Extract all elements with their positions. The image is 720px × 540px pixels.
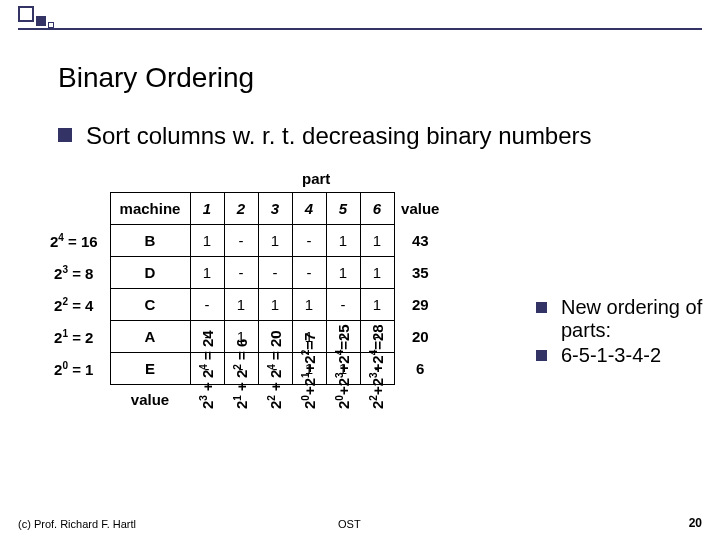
value-header: value [394, 193, 446, 225]
row-hdr: 22 = 4 [38, 289, 110, 321]
table-row: 23 = 8 D 1 - - - 1 1 35 [38, 257, 446, 289]
machine-cell: C [110, 289, 190, 321]
side-notes: New ordering of parts: 6-5-1-3-4-2 [536, 296, 716, 369]
bullet-icon [536, 350, 547, 361]
row-value: 43 [394, 225, 446, 257]
col-value: 23 + 24 = 24 [190, 385, 224, 525]
part-label: part [302, 170, 330, 187]
row-value: 20 [394, 321, 446, 353]
col-hdr: 4 [292, 193, 326, 225]
col-value: 20+21+22=7 [292, 385, 326, 525]
col-value: 21 + 22 = 6 [224, 385, 258, 525]
col-hdr: 6 [360, 193, 394, 225]
row-hdr: 21 = 2 [38, 321, 110, 353]
table-header-row: machine 1 2 3 4 5 6 value [38, 193, 446, 225]
side-ordering: 6-5-1-3-4-2 [561, 344, 661, 367]
side-label: New ordering of parts: [561, 296, 716, 342]
machine-cell: E [110, 353, 190, 385]
machine-cell: A [110, 321, 190, 353]
row-hdr: 20 = 1 [38, 353, 110, 385]
column-values-row: value 23 + 24 = 24 21 + 22 = 6 22 + 24 =… [38, 385, 446, 525]
machine-cell: D [110, 257, 190, 289]
col-hdr: 1 [190, 193, 224, 225]
footer-ost: OST [338, 518, 361, 530]
row-hdr: 23 = 8 [38, 257, 110, 289]
col-value: 20+23+24=25 [326, 385, 360, 525]
main-bullet-text: Sort columns w. r. t. decreasing binary … [86, 122, 592, 150]
row-value: 35 [394, 257, 446, 289]
footer-credit: (c) Prof. Richard F. Hartl [18, 518, 136, 530]
col-value: 22 + 24 = 20 [258, 385, 292, 525]
row-value: 29 [394, 289, 446, 321]
page-number: 20 [689, 516, 702, 530]
row-value: 6 [394, 353, 446, 385]
col-hdr: 2 [224, 193, 258, 225]
title-rule [18, 28, 702, 30]
page-title: Binary Ordering [58, 62, 254, 94]
machine-header: machine [110, 193, 190, 225]
machine-cell: B [110, 225, 190, 257]
col-hdr: 5 [326, 193, 360, 225]
table-row: 22 = 4 C - 1 1 1 - 1 29 [38, 289, 446, 321]
col-value: 22+23+24=28 [360, 385, 394, 525]
bullet-icon [58, 128, 72, 142]
table-row: 24 = 16 B 1 - 1 - 1 1 43 [38, 225, 446, 257]
col-hdr: 3 [258, 193, 292, 225]
bullet-icon [536, 302, 547, 313]
row-hdr: 24 = 16 [38, 225, 110, 257]
main-bullet: Sort columns w. r. t. decreasing binary … [58, 122, 592, 150]
binary-table: machine 1 2 3 4 5 6 value 24 = 16 B 1 - … [38, 192, 446, 525]
corner-decoration [18, 6, 54, 28]
col-value-label: value [110, 385, 190, 525]
binary-table-wrap: part machine 1 2 3 4 5 6 value 24 = 16 B… [38, 170, 446, 525]
